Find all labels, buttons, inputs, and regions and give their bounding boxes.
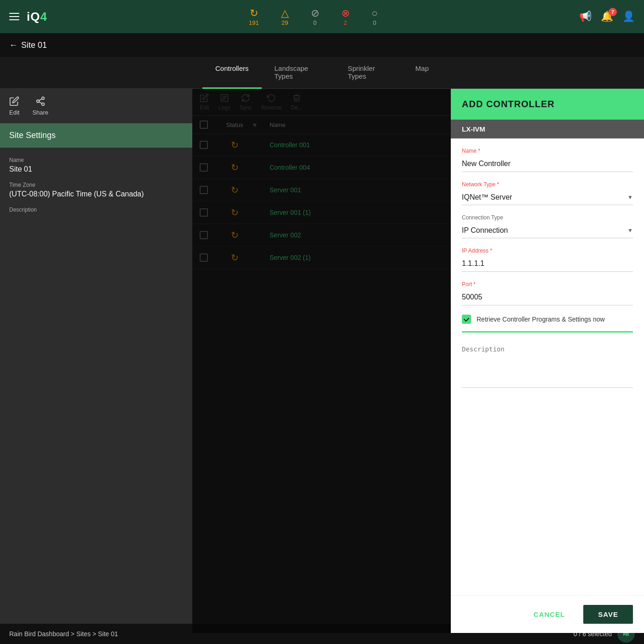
stat-warning[interactable]: △ 29 bbox=[281, 7, 289, 26]
tabs-bar: Controllers Landscape Types Sprinkler Ty… bbox=[0, 57, 644, 89]
sidebar: Edit Share Site Settings Name Site 01 Ti… bbox=[0, 89, 192, 633]
cancel-button[interactable]: CANCEL bbox=[523, 605, 576, 624]
megaphone-icon[interactable]: 📢 bbox=[579, 11, 592, 23]
error-stat-icon: ⊗ bbox=[341, 7, 350, 19]
timezone-value: (UTC-08:00) Pacific Time (US & Canada) bbox=[9, 190, 183, 198]
svg-point-1 bbox=[37, 100, 40, 103]
ip-address-label: IP Address * bbox=[462, 247, 633, 254]
name-field-input[interactable] bbox=[462, 156, 633, 172]
name-field-label: Name * bbox=[462, 148, 633, 154]
stat-circle[interactable]: ○ 0 bbox=[372, 7, 378, 26]
svg-line-4 bbox=[39, 99, 42, 101]
description-input[interactable] bbox=[462, 342, 633, 388]
share-icon bbox=[35, 96, 46, 106]
edit-label: Edit bbox=[9, 109, 19, 116]
main-layout: Edit Share Site Settings Name Site 01 Ti… bbox=[0, 89, 644, 633]
bell-icon[interactable]: 🔔 7 bbox=[601, 11, 613, 23]
network-type-select[interactable]: IQNet™ Server Direct Connect bbox=[462, 190, 633, 205]
tab-landscape-types[interactable]: Landscape Types bbox=[262, 57, 335, 89]
stat-block[interactable]: ⊘ 0 bbox=[311, 7, 319, 26]
edit-icon bbox=[9, 96, 19, 106]
notification-badge: 7 bbox=[609, 8, 617, 16]
stat-sync[interactable]: ↻ 191 bbox=[249, 7, 259, 26]
circle-count: 0 bbox=[373, 19, 376, 26]
network-type-label: Network Type * bbox=[462, 181, 633, 188]
checkmark-icon bbox=[463, 316, 470, 322]
retrieve-checkbox-label: Retrieve Controller Programs & Settings … bbox=[477, 316, 605, 323]
svg-point-2 bbox=[42, 103, 45, 106]
stat-error[interactable]: ⊗ 2 bbox=[341, 7, 350, 26]
warning-stat-icon: △ bbox=[281, 7, 289, 19]
nav-right: 📢 🔔 7 👤 bbox=[579, 11, 635, 23]
sync-count: 191 bbox=[249, 19, 259, 26]
tab-map[interactable]: Map bbox=[402, 57, 442, 89]
name-label: Name bbox=[9, 157, 183, 163]
name-value: Site 01 bbox=[9, 165, 183, 173]
ip-address-field-group: IP Address * bbox=[462, 247, 633, 272]
page-title: Site 01 bbox=[21, 40, 47, 50]
site-settings-body: Name Site 01 Time Zone (UTC-08:00) Pacif… bbox=[0, 148, 192, 222]
tab-sprinkler-types[interactable]: Sprinkler Types bbox=[335, 57, 402, 89]
modal-subheader: LX-IVM bbox=[451, 120, 644, 138]
description-field-group bbox=[462, 342, 633, 390]
share-button[interactable]: Share bbox=[32, 96, 48, 116]
connection-type-label: Connection Type bbox=[462, 214, 633, 221]
user-icon[interactable]: 👤 bbox=[622, 11, 635, 23]
svg-line-3 bbox=[39, 102, 42, 104]
share-label: Share bbox=[32, 109, 48, 116]
app-logo: iQ4 bbox=[27, 10, 47, 24]
nav-stats: ↻ 191 △ 29 ⊘ 0 ⊗ 2 ○ 0 bbox=[47, 7, 579, 26]
hamburger-icon[interactable] bbox=[9, 13, 19, 20]
circle-stat-icon: ○ bbox=[372, 7, 378, 19]
nav-left: iQ4 bbox=[9, 10, 47, 24]
block-stat-icon: ⊘ bbox=[311, 7, 319, 19]
port-field-group: Port * bbox=[462, 281, 633, 305]
back-button[interactable]: ← bbox=[9, 40, 17, 50]
warning-count: 29 bbox=[282, 19, 288, 26]
modal-title: ADD CONTROLLER bbox=[451, 89, 644, 120]
connection-type-select-wrapper: IP Connection Serial bbox=[462, 223, 633, 238]
connection-type-select[interactable]: IP Connection Serial bbox=[462, 223, 633, 238]
connection-type-field-group: Connection Type IP Connection Serial bbox=[462, 214, 633, 238]
breadcrumb-bar: ← Site 01 bbox=[0, 33, 644, 57]
save-button[interactable]: SAVE bbox=[583, 605, 633, 624]
error-count: 2 bbox=[344, 19, 347, 26]
tab-controllers[interactable]: Controllers bbox=[202, 57, 262, 89]
modal-footer: CANCEL SAVE bbox=[451, 595, 644, 633]
divider bbox=[462, 331, 633, 333]
description-label: Description bbox=[9, 207, 183, 213]
edit-button[interactable]: Edit bbox=[9, 96, 19, 116]
sidebar-actions: Edit Share bbox=[0, 89, 192, 123]
site-settings-header: Site Settings bbox=[0, 123, 192, 148]
retrieve-checkbox-row: Retrieve Controller Programs & Settings … bbox=[462, 315, 633, 324]
name-field-group: Name * bbox=[462, 148, 633, 172]
add-controller-modal: ADD CONTROLLER LX-IVM Name * Network Typ… bbox=[451, 89, 644, 633]
controllers-area: Edit Logs Sync bbox=[192, 89, 644, 633]
svg-point-0 bbox=[42, 97, 45, 100]
ip-address-input[interactable] bbox=[462, 256, 633, 272]
sync-stat-icon: ↻ bbox=[250, 7, 258, 19]
retrieve-checkbox[interactable] bbox=[462, 315, 471, 324]
modal-body: Name * Network Type * IQNet™ Server Dire… bbox=[451, 138, 644, 595]
port-input[interactable] bbox=[462, 289, 633, 305]
top-nav: iQ4 ↻ 191 △ 29 ⊘ 0 ⊗ 2 ○ 0 📢 🔔 7 👤 bbox=[0, 0, 644, 33]
timezone-label: Time Zone bbox=[9, 182, 183, 188]
breadcrumb-path: Rain Bird Dashboard > Sites > Site 01 bbox=[9, 630, 118, 638]
port-label: Port * bbox=[462, 281, 633, 288]
network-type-select-wrapper: IQNet™ Server Direct Connect bbox=[462, 190, 633, 205]
block-count: 0 bbox=[313, 19, 316, 26]
network-type-field-group: Network Type * IQNet™ Server Direct Conn… bbox=[462, 181, 633, 205]
